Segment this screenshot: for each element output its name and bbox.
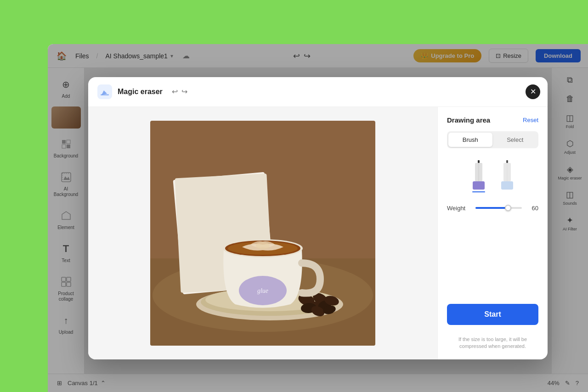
- svg-text:glue: glue: [257, 287, 268, 294]
- weight-label: Weight: [447, 205, 470, 212]
- brush-icon-1[interactable]: [467, 159, 490, 194]
- svg-rect-37: [473, 181, 485, 190]
- modal-undo-button[interactable]: ↩: [172, 87, 178, 96]
- weight-fill: [475, 207, 508, 209]
- disclaimer-text: If the size is too large, it will be com…: [447, 336, 538, 350]
- brush-toggle-button[interactable]: Brush: [448, 133, 492, 147]
- weight-thumb[interactable]: [505, 205, 511, 211]
- image-preview-area: glue: [88, 107, 437, 359]
- modal-close-button[interactable]: ✕: [526, 84, 540, 99]
- svg-rect-36: [478, 163, 479, 181]
- start-button[interactable]: Start: [447, 304, 538, 325]
- coffee-svg: glue: [150, 121, 375, 346]
- modal-header: Magic eraser ↩ ↪ ✕: [88, 77, 548, 107]
- svg-rect-39: [506, 160, 508, 163]
- close-icon: ✕: [530, 87, 536, 96]
- svg-rect-11: [101, 94, 109, 95]
- reset-button[interactable]: Reset: [523, 117, 538, 123]
- modal-title: Magic eraser: [118, 88, 163, 96]
- magic-eraser-modal: Magic eraser ↩ ↪ ✕: [88, 77, 548, 359]
- modal-body: glue Drawing area Reset Brush Select: [88, 107, 548, 359]
- modal-undo-redo: ↩ ↪: [172, 87, 187, 96]
- svg-rect-38: [472, 191, 485, 192]
- modal-tool-icon: [97, 84, 112, 99]
- modal-overlay: Magic eraser ↩ ↪ ✕: [48, 44, 588, 392]
- app-window: 🏠 Files / AI Shadows_sample1 ▾ ☁ ↩ ↪ 👑 U…: [48, 44, 588, 392]
- panel-spacer: [447, 219, 538, 297]
- svg-rect-42: [501, 181, 513, 190]
- drawing-area-title: Drawing area: [447, 116, 490, 124]
- weight-value: 60: [527, 205, 538, 212]
- svg-point-31: [256, 242, 270, 249]
- modal-right-panel: Drawing area Reset Brush Select: [437, 107, 548, 359]
- brush-icon-2[interactable]: [496, 159, 519, 194]
- preview-image: glue: [150, 121, 375, 346]
- modal-redo-button[interactable]: ↪: [181, 87, 187, 96]
- weight-slider[interactable]: [475, 207, 522, 209]
- drawing-area-header: Drawing area Reset: [447, 116, 538, 124]
- svg-rect-41: [507, 163, 507, 181]
- brush-icons: [447, 156, 538, 197]
- select-toggle-button[interactable]: Select: [493, 133, 537, 147]
- svg-rect-34: [478, 160, 480, 163]
- weight-row: Weight 60: [447, 205, 538, 212]
- brush-select-toggle: Brush Select: [447, 131, 538, 148]
